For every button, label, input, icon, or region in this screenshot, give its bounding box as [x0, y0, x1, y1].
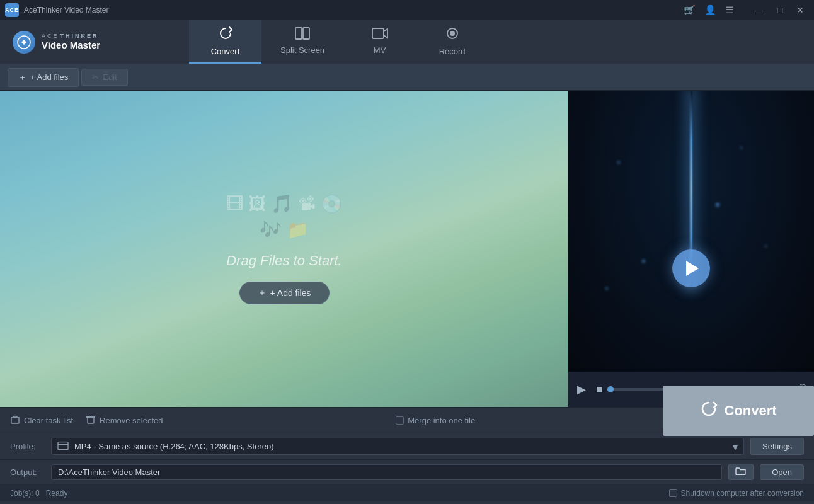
output-path-input[interactable]: [51, 464, 722, 480]
output-row: Output: Open: [0, 460, 814, 484]
remove-selected-button[interactable]: Remove selected: [86, 415, 163, 427]
edit-label: Edit: [103, 72, 117, 82]
profile-format-icon: [57, 441, 69, 452]
titlebar-icons: 🛒 👤 ☰: [684, 4, 733, 16]
logo-ace: ACE: [42, 33, 59, 40]
merge-checkbox-area: Merge into one file: [396, 416, 475, 425]
svg-rect-1: [295, 28, 302, 39]
add-center-label: + Add files: [270, 288, 311, 298]
logo-section: ACE THINKER Video Master: [0, 20, 189, 64]
logo-thinker: THINKER: [60, 33, 99, 40]
stop-ctrl-button[interactable]: ■: [593, 381, 605, 399]
split-screen-tab-icon: [295, 27, 310, 43]
menu-icon[interactable]: ☰: [725, 4, 733, 16]
remove-icon: [86, 415, 96, 427]
titlebar-controls: — □ ✕: [751, 4, 809, 16]
svg-rect-3: [372, 28, 384, 38]
add-files-center-button[interactable]: ＋ + Add files: [239, 282, 330, 304]
cd-icon: 💿: [321, 193, 343, 214]
convert-button[interactable]: Convert: [663, 386, 814, 436]
tab-convert-label: Convert: [211, 47, 240, 56]
maximize-button[interactable]: □: [771, 4, 789, 16]
svg-rect-15: [58, 442, 68, 449]
mv-tab-icon: [372, 27, 388, 43]
merge-label: Merge into one file: [408, 416, 475, 425]
add-files-button[interactable]: ＋ + Add files: [8, 68, 79, 87]
shutdown-checkbox[interactable]: [669, 489, 677, 497]
convert-label: Convert: [724, 403, 776, 419]
tab-record[interactable]: Record: [416, 20, 488, 64]
glow-dot: [642, 260, 645, 263]
logo-ace-text: ACE: [5, 7, 19, 13]
profile-row: Profile: MP4 - Same as source (H.264; AA…: [0, 433, 814, 460]
edit-button[interactable]: ✂ Edit: [81, 69, 127, 86]
statusbar: Job(s): 0 Ready Shutdown computer after …: [0, 484, 814, 501]
settings-button[interactable]: Settings: [750, 438, 804, 455]
clear-task-list-label: Clear task list: [24, 416, 73, 425]
edit-scissors-icon: ✂: [92, 72, 99, 82]
progress-indicator: [607, 386, 614, 392]
svg-rect-6: [11, 418, 19, 423]
tab-convert[interactable]: Convert: [189, 20, 261, 64]
drag-text: Drag Files to Start.: [226, 253, 341, 269]
logo-text-block: ACE THINKER Video Master: [42, 33, 100, 51]
titlebar-left: ACE AceThinker Video Master: [5, 3, 109, 17]
content-wrapper: 🎞 🖼 🎵 📽 💿 🎶 📁 Drag Files to Start. ＋ + A…: [0, 91, 814, 484]
video-icon: 📽: [298, 193, 316, 214]
profile-label: Profile:: [10, 442, 45, 451]
navbar: ACE THINKER Video Master Convert Split S…: [0, 20, 814, 64]
main-area: 🎞 🖼 🎵 📽 💿 🎶 📁 Drag Files to Start. ＋ + A…: [0, 91, 814, 407]
jobs-count: Job(s): 0: [10, 489, 40, 498]
tab-record-label: Record: [439, 47, 466, 56]
toolbar: ＋ + Add files ✂ Edit: [0, 64, 814, 91]
add-files-plus-icon: ＋: [18, 72, 26, 83]
cart-icon[interactable]: 🛒: [684, 4, 696, 16]
tab-split-screen[interactable]: Split Screen: [261, 20, 343, 64]
app-logo-circle: [13, 31, 35, 54]
film-icon: 🎞: [226, 193, 243, 214]
svg-rect-9: [88, 418, 94, 423]
play-triangle-icon: [686, 261, 699, 276]
output-folder-button[interactable]: [728, 464, 754, 480]
user-icon[interactable]: 👤: [704, 4, 716, 16]
convert-tab-icon: [218, 26, 233, 44]
shutdown-label: Shutdown computer after conversion: [681, 489, 804, 498]
open-button[interactable]: Open: [760, 464, 804, 480]
clear-task-list-button[interactable]: Clear task list: [10, 415, 73, 427]
folder-icon: 📁: [287, 219, 309, 240]
drop-zone[interactable]: 🎞 🖼 🎵 📽 💿 🎶 📁 Drag Files to Start. ＋ + A…: [0, 91, 568, 407]
titlebar: ACE AceThinker Video Master 🛒 👤 ☰ — □ ✕: [0, 0, 814, 20]
tab-mv-label: MV: [374, 45, 386, 55]
preview-canvas: [568, 91, 814, 372]
glow-dot: [617, 161, 620, 164]
music-icon: 🎵: [271, 193, 293, 214]
close-button[interactable]: ✕: [791, 4, 809, 16]
status-text: Ready: [46, 489, 68, 498]
profile-select-input[interactable]: MP4 - Same as source (H.264; AAC, 128Kbp…: [51, 438, 744, 455]
app-logo: ACE: [5, 3, 19, 17]
convert-refresh-icon: [700, 400, 718, 421]
play-button[interactable]: [672, 249, 710, 287]
glow-dot: [605, 287, 608, 290]
svg-point-5: [450, 31, 455, 36]
minimize-button[interactable]: —: [751, 4, 769, 16]
merge-checkbox[interactable]: [396, 416, 404, 425]
clear-icon: [10, 415, 20, 427]
video-preview: ▶ ■ 00:00:00 / 00:00:00 🔊: [568, 91, 814, 407]
tab-split-screen-label: Split Screen: [280, 45, 324, 55]
tab-mv[interactable]: MV: [343, 20, 416, 64]
app-title: AceThinker Video Master: [24, 6, 109, 14]
record-tab-icon: [445, 26, 460, 44]
output-label: Output:: [10, 467, 45, 477]
profile-select-wrapper: MP4 - Same as source (H.264; AAC, 128Kbp…: [51, 438, 744, 455]
drop-zone-icons: 🎞 🖼 🎵 📽 💿 🎶 📁: [215, 193, 353, 240]
svg-rect-2: [303, 28, 309, 39]
play-ctrl-button[interactable]: ▶: [575, 380, 588, 399]
note-icon: 🎶: [260, 219, 282, 240]
shutdown-area: Shutdown computer after conversion: [669, 489, 804, 498]
image-icon: 🖼: [248, 193, 266, 214]
add-center-plus-icon: ＋: [258, 287, 267, 299]
logo-sub: Video Master: [42, 40, 100, 51]
remove-selected-label: Remove selected: [100, 416, 163, 425]
add-files-label: + Add files: [30, 72, 68, 82]
